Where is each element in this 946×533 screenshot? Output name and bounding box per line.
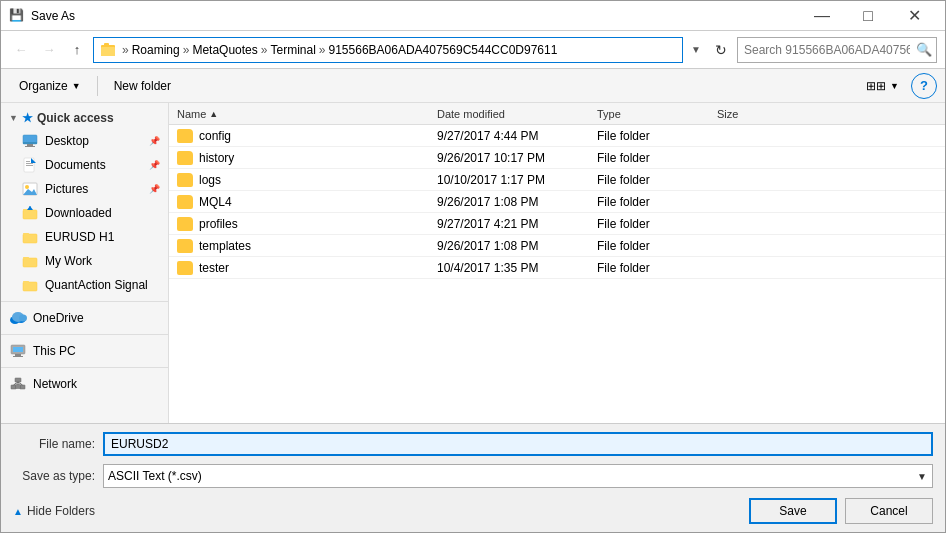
desktop-pin-icon: 📌 <box>149 136 160 146</box>
sidebar-item-desktop[interactable]: Desktop 📌 <box>1 129 168 153</box>
file-name-cell: logs <box>173 173 433 187</box>
search-input[interactable] <box>738 43 916 57</box>
svg-rect-23 <box>23 258 37 267</box>
save-as-dialog: 💾 Save As — □ ✕ ← → ↑ » Roaming » MetaQu… <box>0 0 946 533</box>
up-button[interactable]: ↑ <box>65 38 89 62</box>
save-button[interactable]: Save <box>749 498 837 524</box>
hide-folders-arrow-icon: ▲ <box>13 506 23 517</box>
view-button[interactable]: ⊞⊞ ▼ <box>856 73 909 99</box>
svg-rect-9 <box>26 161 30 162</box>
pictures-pin-icon: 📌 <box>149 184 160 194</box>
path-dropdown-button[interactable]: ▼ <box>687 38 705 62</box>
sidebar-item-downloaded-label: Downloaded <box>45 206 160 220</box>
file-name: tester <box>199 261 229 275</box>
organize-button[interactable]: Organize ▼ <box>9 73 91 99</box>
svg-rect-35 <box>15 354 21 356</box>
quick-access-star-icon: ★ <box>22 111 33 125</box>
sidebar-divider-3 <box>1 367 168 368</box>
table-row[interactable]: config 9/27/2017 4:44 PM File folder <box>169 125 945 147</box>
file-type: File folder <box>593 217 713 231</box>
sidebar: ▼ ★ Quick access Desktop 📌 <box>1 103 169 423</box>
quick-access-header[interactable]: ▼ ★ Quick access <box>1 107 168 129</box>
save-type-wrapper: ASCII Text (*.csv) CSV (*.csv) Text (*.t… <box>103 464 933 488</box>
sidebar-item-mywork[interactable]: My Work <box>1 249 168 273</box>
svg-rect-22 <box>23 233 29 235</box>
view-dropdown-arrow: ▼ <box>890 81 899 91</box>
sidebar-item-desktop-label: Desktop <box>45 134 145 148</box>
folder-icon <box>177 129 193 143</box>
sidebar-item-network[interactable]: Network <box>1 372 168 396</box>
column-header-type[interactable]: Type <box>593 108 713 120</box>
sidebar-item-thispc[interactable]: This PC <box>1 339 168 363</box>
downloaded-icon <box>21 204 39 222</box>
forward-button[interactable]: → <box>37 38 61 62</box>
file-name: templates <box>199 239 251 253</box>
file-name-cell: MQL4 <box>173 195 433 209</box>
quantaction-folder-icon <box>21 276 39 294</box>
folder-icon <box>177 239 193 253</box>
documents-pin-icon: 📌 <box>149 160 160 170</box>
file-name-cell: profiles <box>173 217 433 231</box>
sidebar-item-pictures[interactable]: Pictures 📌 <box>1 177 168 201</box>
file-type: File folder <box>593 195 713 209</box>
column-header-size[interactable]: Size <box>713 108 793 120</box>
column-header-date[interactable]: Date modified <box>433 108 593 120</box>
column-header-name[interactable]: Name ▲ <box>173 108 433 120</box>
table-row[interactable]: MQL4 9/26/2017 1:08 PM File folder <box>169 191 945 213</box>
sidebar-item-documents[interactable]: Documents 📌 <box>1 153 168 177</box>
file-type: File folder <box>593 173 713 187</box>
sidebar-item-eurusd-label: EURUSD H1 <box>45 230 160 244</box>
file-date: 9/26/2017 10:17 PM <box>433 151 593 165</box>
svg-rect-34 <box>13 347 23 352</box>
file-name-cell: history <box>173 151 433 165</box>
minimize-button[interactable]: — <box>799 1 845 31</box>
table-row[interactable]: logs 10/10/2017 1:17 PM File folder <box>169 169 945 191</box>
address-path[interactable]: » Roaming » MetaQuotes » Terminal » 9155… <box>93 37 683 63</box>
bottom-panel: File name: Save as type: ASCII Text (*.c… <box>1 423 945 532</box>
title-bar-controls: — □ ✕ <box>799 1 937 31</box>
file-name: logs <box>199 173 221 187</box>
svg-rect-4 <box>23 142 37 144</box>
path-segment-metaquotes: MetaQuotes <box>192 43 257 57</box>
close-button[interactable]: ✕ <box>891 1 937 31</box>
maximize-button[interactable]: □ <box>845 1 891 31</box>
hide-folders-button[interactable]: ▲ Hide Folders <box>13 504 95 518</box>
table-row[interactable]: tester 10/4/2017 1:35 PM File folder <box>169 257 945 279</box>
refresh-button[interactable]: ↻ <box>709 37 733 63</box>
file-date: 10/10/2017 1:17 PM <box>433 173 593 187</box>
sidebar-divider-1 <box>1 301 168 302</box>
back-button[interactable]: ← <box>9 38 33 62</box>
svg-rect-37 <box>15 378 21 382</box>
file-date: 10/4/2017 1:35 PM <box>433 261 593 275</box>
table-row[interactable]: history 9/26/2017 10:17 PM File folder <box>169 147 945 169</box>
path-segment-terminal: Terminal <box>270 43 315 57</box>
dialog-buttons: Save Cancel <box>749 498 933 524</box>
search-icon: 🔍 <box>916 42 936 57</box>
folder-icon <box>177 195 193 209</box>
file-name-label: File name: <box>13 437 103 451</box>
svg-rect-11 <box>26 165 33 166</box>
file-name-cell: templates <box>173 239 433 253</box>
sidebar-item-downloaded[interactable]: Downloaded <box>1 201 168 225</box>
file-name: MQL4 <box>199 195 232 209</box>
quick-access-arrow: ▼ <box>9 113 18 123</box>
table-row[interactable]: profiles 9/27/2017 4:21 PM File folder <box>169 213 945 235</box>
help-button[interactable]: ? <box>911 73 937 99</box>
sidebar-item-eurusd[interactable]: EURUSD H1 <box>1 225 168 249</box>
sidebar-item-thispc-label: This PC <box>33 344 160 358</box>
onedrive-icon <box>9 309 27 327</box>
mywork-folder-icon <box>21 252 39 270</box>
folder-icon <box>177 261 193 275</box>
save-type-select[interactable]: ASCII Text (*.csv) CSV (*.csv) Text (*.t… <box>103 464 933 488</box>
file-name-input[interactable] <box>103 432 933 456</box>
toolbar: Organize ▼ New folder ⊞⊞ ▼ ? <box>1 69 945 103</box>
file-date: 9/26/2017 1:08 PM <box>433 239 593 253</box>
cancel-button[interactable]: Cancel <box>845 498 933 524</box>
title-bar-icon: 💾 <box>9 8 25 24</box>
file-list: Name ▲ Date modified Type Size config <box>169 103 945 423</box>
svg-rect-2 <box>104 43 109 47</box>
table-row[interactable]: templates 9/26/2017 1:08 PM File folder <box>169 235 945 257</box>
sidebar-item-onedrive[interactable]: OneDrive <box>1 306 168 330</box>
new-folder-button[interactable]: New folder <box>104 73 181 99</box>
sidebar-item-quantaction[interactable]: QuantAction Signal <box>1 273 168 297</box>
